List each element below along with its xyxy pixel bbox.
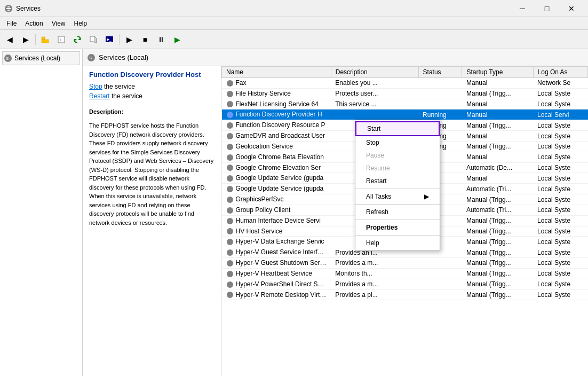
cell-logon: Local Syste <box>533 215 587 226</box>
restart-link[interactable]: Restart <box>89 92 110 100</box>
menu-file[interactable]: File <box>2 19 21 28</box>
svg-point-31 <box>227 260 233 267</box>
cell-startup: Automatic (De... <box>462 162 533 173</box>
table-row[interactable]: Hyper-V Guest Shutdown ServiceProvides a… <box>222 258 588 269</box>
table-row[interactable]: Hyper-V Heartbeat ServiceMonitors th...M… <box>222 268 588 279</box>
col-logon[interactable]: Log On As <box>533 67 587 78</box>
cell-status <box>418 99 462 109</box>
context-menu-sep4 <box>355 235 440 236</box>
svg-point-25 <box>227 197 233 203</box>
svg-point-32 <box>227 271 233 277</box>
cell-startup: Manual (Trigg... <box>462 226 533 237</box>
cell-logon: Local Syste <box>533 258 587 269</box>
context-menu-properties[interactable]: Properties <box>355 221 440 234</box>
toolbar-up-tree[interactable] <box>38 32 53 47</box>
cell-startup: Manual (Trigg... <box>462 88 533 99</box>
cell-startup: Manual (Trigg... <box>462 120 533 131</box>
title-bar-left: Services <box>4 4 41 13</box>
toolbar-play[interactable]: ▶ <box>122 32 137 47</box>
cell-logon: Local Servi <box>533 109 587 120</box>
cell-logon: Local Syste <box>533 162 587 173</box>
service-list-area: Name Description Status Startup Type Log… <box>221 66 588 376</box>
context-menu-start[interactable]: Start <box>355 121 440 136</box>
cell-logon: Local Syste <box>533 279 587 289</box>
cell-status <box>418 88 462 99</box>
services-panel: S Services (Local) Function Discovery Pr… <box>83 49 588 376</box>
cell-name: Function Discovery Provider H <box>222 109 331 120</box>
context-menu-resume: Resume <box>355 162 440 175</box>
cell-startup: Manual (Trigg... <box>462 279 533 289</box>
cell-startup: Manual (Trigg... <box>462 268 533 279</box>
menu-view[interactable]: View <box>47 19 70 28</box>
col-description[interactable]: Description <box>331 67 418 78</box>
cell-name: FlexNet Licensing Service 64 <box>222 99 331 109</box>
cell-name: Google Update Service (gupda <box>222 173 331 184</box>
toolbar-pause[interactable]: ⏸ <box>154 32 169 47</box>
cell-startup: Manual (Trigg... <box>462 237 533 247</box>
toolbar-forward[interactable]: ▶ <box>18 32 33 47</box>
context-menu-refresh[interactable]: Refresh <box>355 206 440 218</box>
toolbar-stop[interactable]: ■ <box>138 32 153 47</box>
svg-point-17 <box>227 112 233 118</box>
context-menu-stop[interactable]: Stop <box>355 136 440 149</box>
svg-point-20 <box>227 144 233 150</box>
svg-rect-2 <box>42 40 49 43</box>
minimize-button[interactable]: ─ <box>510 0 535 17</box>
toolbar-refresh[interactable] <box>70 32 85 47</box>
context-menu-sep1 <box>355 189 440 189</box>
cell-startup: Manual <box>462 109 533 120</box>
table-row[interactable]: Function Discovery Provider HRunningManu… <box>222 109 588 120</box>
cell-logon: Local Syste <box>533 173 587 184</box>
cell-name: GameDVR and Broadcast User <box>222 131 331 142</box>
cell-logon: Local Syste <box>533 247 587 258</box>
toolbar-resume[interactable]: ▶ <box>170 32 185 47</box>
toolbar-properties[interactable]: i <box>54 32 69 47</box>
svg-point-22 <box>227 164 233 171</box>
table-row[interactable]: Hyper-V Remote Desktop Virtualizati...Pr… <box>222 289 588 300</box>
title-bar: Services ─ □ ✕ <box>0 0 588 17</box>
context-menu: Start Stop Pause Resume Restart All Task… <box>355 120 440 251</box>
cell-name: Human Interface Device Servi <box>222 215 331 226</box>
svg-text:▶_: ▶_ <box>107 37 112 42</box>
col-name[interactable]: Name <box>222 67 331 78</box>
toolbar-export[interactable] <box>86 32 101 47</box>
cell-startup: Manual (Trigg... <box>462 258 533 269</box>
context-menu-pause: Pause <box>355 149 440 162</box>
cell-logon: Local Syste <box>533 268 587 279</box>
cell-startup: Automatic (Tri... <box>462 184 533 194</box>
restore-button[interactable]: □ <box>535 0 559 17</box>
table-row[interactable]: FlexNet Licensing Service 64This service… <box>222 99 588 109</box>
table-row[interactable]: Hyper-V PowerShell Direct ServiceProvide… <box>222 279 588 289</box>
table-row[interactable]: File History ServiceProtects user...Manu… <box>222 88 588 99</box>
svg-point-18 <box>227 122 233 129</box>
close-button[interactable]: ✕ <box>559 0 584 17</box>
sidebar-header[interactable]: S Services (Local) <box>2 51 80 65</box>
stop-link[interactable]: Stop <box>89 83 102 90</box>
table-row[interactable]: FaxEnables you ...ManualNetwork Se <box>222 78 588 89</box>
sidebar-title: Services (Local) <box>14 54 60 62</box>
context-menu-all-tasks[interactable]: All Tasks ▶ <box>355 190 440 203</box>
window-title: Services <box>16 5 41 12</box>
toolbar-back[interactable]: ◀ <box>2 32 17 47</box>
col-status[interactable]: Status <box>418 67 462 78</box>
col-startup[interactable]: Startup Type <box>462 67 533 78</box>
cell-startup: Manual (Trigg... <box>462 194 533 205</box>
menu-bar: File Action View Help <box>0 17 588 30</box>
cell-logon: Local Syste <box>533 152 587 162</box>
svg-point-19 <box>227 133 233 139</box>
stop-action: Stop the service <box>89 83 214 90</box>
services-local-icon: S <box>4 54 12 62</box>
context-menu-sep2 <box>355 204 440 205</box>
context-menu-restart[interactable]: Restart <box>355 175 440 187</box>
cell-logon: Local Syste <box>533 237 587 247</box>
cell-logon: Local Syste <box>533 131 587 142</box>
menu-help[interactable]: Help <box>70 19 92 28</box>
toolbar-console[interactable]: ▶_ <box>102 32 117 47</box>
cell-status <box>418 289 462 300</box>
context-menu-help[interactable]: Help <box>355 237 440 249</box>
cell-desc <box>331 109 418 120</box>
detail-title: Function Discovery Provider Host <box>89 70 214 79</box>
menu-action[interactable]: Action <box>21 19 47 28</box>
desc-label: Description: <box>89 108 214 115</box>
svg-point-30 <box>227 249 233 256</box>
